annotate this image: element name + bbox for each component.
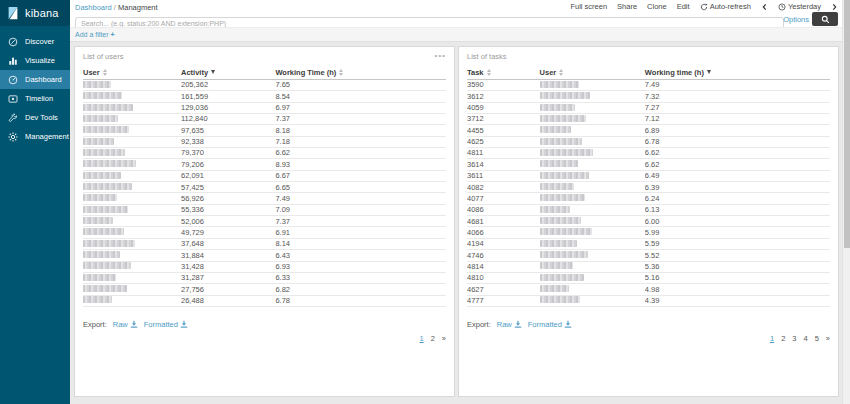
kibana-logo-icon — [6, 6, 20, 20]
column-header-user[interactable]: User — [540, 68, 645, 77]
chevron-right-icon — [831, 3, 838, 11]
cell-value: 7.27 — [645, 104, 830, 112]
add-filter-button[interactable]: Add a filter + — [75, 31, 115, 38]
breadcrumb-dashboard-link[interactable]: Dashboard — [75, 3, 112, 12]
table-row: 47774.39 — [467, 296, 830, 307]
cell-value: 4086 — [467, 206, 540, 214]
cell-value: 92,338 — [181, 138, 275, 146]
sidebar-item-dashboard[interactable]: Dashboard — [0, 70, 70, 89]
share-button[interactable]: Share — [617, 2, 637, 11]
page-1[interactable]: 1 — [419, 334, 423, 343]
cell-user-redacted — [83, 183, 181, 192]
sidebar-item-label: Visualize — [25, 56, 55, 65]
cell-value: 7.18 — [275, 138, 446, 146]
cell-value: 6.33 — [275, 274, 446, 282]
export-raw-link[interactable]: Raw — [113, 320, 138, 329]
cell-user-redacted — [83, 217, 181, 226]
panel-list-of-tasks: List of tasks TaskUserWorking time (h) 3… — [458, 46, 839, 397]
redacted-username — [540, 92, 590, 99]
export-row: Export: Raw Formatted — [467, 320, 830, 329]
options-link[interactable]: Options — [783, 15, 809, 24]
redacted-username — [540, 262, 573, 269]
export-formatted-link[interactable]: Formatted — [528, 320, 572, 329]
page-2[interactable]: 2 — [781, 334, 785, 343]
cell-value: 4.39 — [645, 297, 830, 305]
cell-value: 4455 — [467, 127, 540, 135]
column-header-working-time-h-[interactable]: Working Time (h) — [275, 68, 446, 77]
redacted-username — [540, 172, 589, 179]
column-label: Working time (h) — [645, 68, 704, 77]
cell-value: 4059 — [467, 104, 540, 112]
cell-value: 31,884 — [181, 252, 275, 260]
cell-value: 4194 — [467, 240, 540, 248]
redacted-username — [83, 92, 122, 99]
cell-value: 79,206 — [181, 161, 275, 169]
column-label: Working Time (h) — [275, 68, 336, 77]
page-next[interactable]: » — [442, 334, 446, 343]
table-row: 79,2068.93 — [83, 159, 446, 170]
page-1[interactable]: 1 — [770, 334, 774, 343]
cell-value: 8.14 — [275, 240, 446, 248]
column-header-task[interactable]: Task — [467, 68, 540, 77]
cell-user-redacted — [540, 149, 645, 158]
sidebar-item-dev-tools[interactable]: Dev Tools — [0, 108, 70, 127]
users-table: UserActivityWorking Time (h) 205,3627.65… — [83, 65, 446, 307]
redacted-username — [540, 274, 584, 281]
redacted-username — [540, 251, 588, 258]
cell-value: 5.16 — [645, 274, 830, 282]
cell-user-redacted — [83, 172, 181, 181]
page-next[interactable]: » — [826, 334, 830, 343]
clone-button[interactable]: Clone — [647, 2, 667, 11]
sidebar-item-management[interactable]: Management — [0, 127, 70, 146]
kibana-app: kibana Discover Visualize Dashboard Time… — [0, 0, 850, 404]
table-row: 48105.16 — [467, 273, 830, 284]
redacted-username — [83, 183, 132, 190]
page-scrollbar[interactable] — [842, 0, 850, 404]
edit-button[interactable]: Edit — [677, 2, 690, 11]
redacted-username — [83, 194, 117, 201]
time-next-button[interactable] — [831, 3, 838, 11]
cell-value: 26,488 — [181, 297, 275, 305]
sidebar-item-timelion[interactable]: Timelion — [0, 89, 70, 108]
cell-value: 4746 — [467, 252, 540, 260]
kibana-logo[interactable]: kibana — [0, 0, 70, 26]
cell-value: 3611 — [467, 172, 540, 180]
page-3[interactable]: 3 — [792, 334, 796, 343]
search-button[interactable] — [812, 12, 838, 26]
column-header-user[interactable]: User — [83, 68, 181, 77]
scrollbar-thumb[interactable] — [844, 0, 850, 248]
table-row: 31,4286.93 — [83, 262, 446, 273]
cell-user-redacted — [83, 262, 181, 271]
compass-icon — [8, 37, 18, 47]
redacted-username — [540, 240, 577, 247]
ellipsis-icon[interactable]: ••• — [435, 52, 446, 60]
redacted-username — [83, 115, 118, 122]
dashboard-icon — [8, 75, 18, 85]
cell-value: 6.49 — [645, 172, 830, 180]
table-row: 46816.00 — [467, 216, 830, 227]
column-header-working-time-h-[interactable]: Working time (h) — [645, 68, 830, 77]
export-raw-link[interactable]: Raw — [497, 320, 522, 329]
export-formatted-link[interactable]: Formatted — [144, 320, 188, 329]
full-screen-button[interactable]: Full screen — [570, 2, 607, 11]
sidebar-item-discover[interactable]: Discover — [0, 32, 70, 51]
sidebar-item-visualize[interactable]: Visualize — [0, 51, 70, 70]
cell-value: 7.37 — [275, 115, 446, 123]
cell-value: 7.32 — [645, 93, 830, 101]
column-header-activity[interactable]: Activity — [181, 68, 275, 77]
table-row: 31,2876.33 — [83, 273, 446, 284]
column-label: User — [83, 68, 100, 77]
cell-value: 6.24 — [645, 195, 830, 203]
time-picker-button[interactable]: Yesterday — [778, 2, 821, 11]
cell-user-redacted — [83, 194, 181, 203]
page-4[interactable]: 4 — [803, 334, 807, 343]
page-2[interactable]: 2 — [431, 334, 435, 343]
page-5[interactable]: 5 — [815, 334, 819, 343]
bar-chart-icon — [8, 56, 18, 66]
redacted-username — [83, 126, 129, 133]
auto-refresh-button[interactable]: Auto-refresh — [700, 2, 751, 11]
sidebar-item-label: Dev Tools — [25, 113, 58, 122]
cell-value: 6.62 — [645, 149, 830, 157]
time-prev-button[interactable] — [761, 3, 768, 11]
cell-value: 4.98 — [645, 286, 830, 294]
